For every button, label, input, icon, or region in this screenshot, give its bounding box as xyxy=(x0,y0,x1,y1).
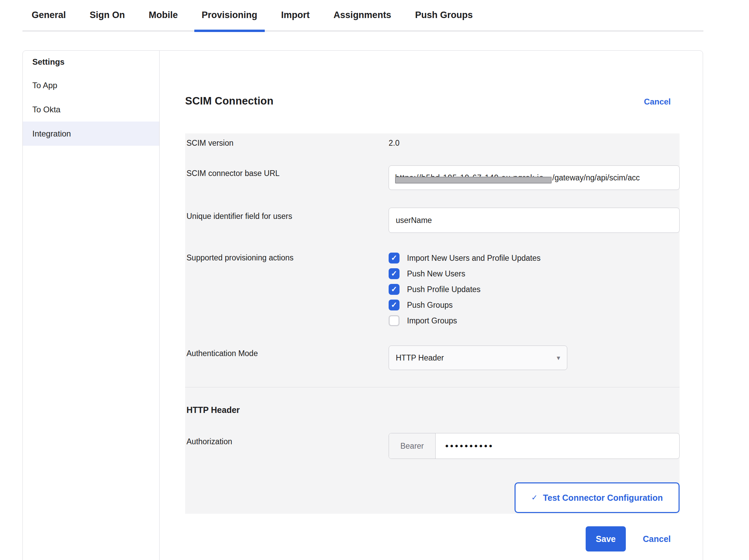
page: General Sign On Mobile Provisioning Impo… xyxy=(0,0,749,560)
scim-version-label: SCIM version xyxy=(185,139,389,148)
checkbox-row-push-profile-updates[interactable]: ✓ Push Profile Updates xyxy=(389,284,680,295)
auth-mode-label: Authentication Mode xyxy=(185,346,389,370)
bearer-token-input[interactable]: ●●●●●●●●●● xyxy=(436,433,679,459)
form-footer: Save Cancel xyxy=(185,526,680,551)
checkbox[interactable]: ✓ xyxy=(389,315,400,326)
checkbox-label: Push Groups xyxy=(407,301,453,310)
page-title: SCIM Connection xyxy=(185,95,274,107)
http-header-heading: HTTP Header xyxy=(185,405,680,415)
tab-assignments[interactable]: Assignments xyxy=(326,10,399,31)
checkbox-label: Import New Users and Profile Updates xyxy=(407,254,540,263)
cancel-link-top[interactable]: Cancel xyxy=(644,97,671,107)
provisioning-panel: Settings To App To Okta Integration SCIM… xyxy=(22,50,703,560)
checkbox-row-import-users[interactable]: ✓ Import New Users and Profile Updates xyxy=(389,253,680,263)
scim-version-row: SCIM version 2.0 xyxy=(185,137,680,149)
settings-sidebar: Settings To App To Okta Integration xyxy=(23,51,160,560)
tab-import[interactable]: Import xyxy=(274,10,317,31)
app-tabbar: General Sign On Mobile Provisioning Impo… xyxy=(22,0,703,31)
checkbox[interactable]: ✓ xyxy=(389,300,400,310)
test-connector-row: ✓ Test Connector Configuration xyxy=(185,482,680,513)
sidebar-item-to-okta[interactable]: To Okta xyxy=(23,97,159,122)
checkbox[interactable]: ✓ xyxy=(389,253,400,263)
unique-id-label: Unique identifier field for users xyxy=(185,208,389,233)
redaction-bar xyxy=(395,177,552,183)
auth-mode-row: Authentication Mode HTTP Header ▾ xyxy=(185,346,680,370)
authorization-row: Authorization Bearer ●●●●●●●●●● xyxy=(185,433,680,459)
unique-id-input[interactable] xyxy=(389,208,680,233)
checkbox[interactable]: ✓ xyxy=(389,268,400,279)
test-connector-label: Test Connector Configuration xyxy=(543,493,663,503)
checkbox-label: Push Profile Updates xyxy=(407,285,481,294)
tab-provisioning[interactable]: Provisioning xyxy=(194,10,265,31)
sidebar-title: Settings xyxy=(23,51,159,73)
base-url-row: SCIM connector base URL https://b5bd-195… xyxy=(185,165,680,190)
tab-sign-on[interactable]: Sign On xyxy=(82,10,133,31)
check-icon: ✓ xyxy=(391,301,397,309)
section-divider xyxy=(185,387,680,387)
scim-base-url-input[interactable]: https://b5bd-195-19-67-149.eu.ngrok.io /… xyxy=(389,165,680,190)
unique-id-row: Unique identifier field for users xyxy=(185,208,680,233)
test-connector-button[interactable]: ✓ Test Connector Configuration xyxy=(515,482,680,513)
checkbox-row-push-new-users[interactable]: ✓ Push New Users xyxy=(389,268,680,279)
authorization-label: Authorization xyxy=(185,433,389,459)
check-icon: ✓ xyxy=(531,493,537,502)
checkbox[interactable]: ✓ xyxy=(389,284,400,295)
checkbox-row-import-groups[interactable]: ✓ Import Groups xyxy=(389,315,680,326)
save-button[interactable]: Save xyxy=(586,526,626,551)
scim-form-panel: SCIM version 2.0 SCIM connector base URL… xyxy=(185,133,680,514)
main-content: SCIM Connection Cancel SCIM version 2.0 … xyxy=(160,51,703,560)
check-icon: ✓ xyxy=(391,254,397,262)
checkbox-label: Import Groups xyxy=(407,316,457,325)
checkbox-row-push-groups[interactable]: ✓ Push Groups xyxy=(389,300,680,310)
check-icon: ✓ xyxy=(391,270,397,277)
tab-push-groups[interactable]: Push Groups xyxy=(408,10,481,31)
base-url-label: SCIM connector base URL xyxy=(185,165,389,190)
authorization-input-group: Bearer ●●●●●●●●●● xyxy=(389,433,680,459)
tab-mobile[interactable]: Mobile xyxy=(141,10,185,31)
cancel-link-bottom[interactable]: Cancel xyxy=(643,534,671,544)
scim-version-value: 2.0 xyxy=(389,139,680,148)
checkbox-list: ✓ Import New Users and Profile Updates ✓… xyxy=(389,253,680,326)
auth-mode-value: HTTP Header xyxy=(396,353,444,363)
check-icon: ✓ xyxy=(391,286,397,293)
sidebar-item-integration[interactable]: Integration xyxy=(23,122,159,146)
header-row: SCIM Connection Cancel xyxy=(185,95,680,107)
checkbox-label: Push New Users xyxy=(407,269,465,278)
bearer-prefix: Bearer xyxy=(389,433,436,459)
chevron-down-icon: ▾ xyxy=(557,354,560,362)
sidebar-item-to-app[interactable]: To App xyxy=(23,73,159,97)
tab-general[interactable]: General xyxy=(24,10,74,31)
redacted-url-segment: https://b5bd-195-19-67-149.eu.ngrok.io xyxy=(395,172,552,183)
provisioning-actions-row: Supported provisioning actions ✓ Import … xyxy=(185,253,680,326)
url-visible-suffix: /gateway/ng/api/scim/acc xyxy=(552,173,640,182)
provisioning-actions-label: Supported provisioning actions xyxy=(185,253,389,326)
auth-mode-select[interactable]: HTTP Header ▾ xyxy=(389,346,567,370)
